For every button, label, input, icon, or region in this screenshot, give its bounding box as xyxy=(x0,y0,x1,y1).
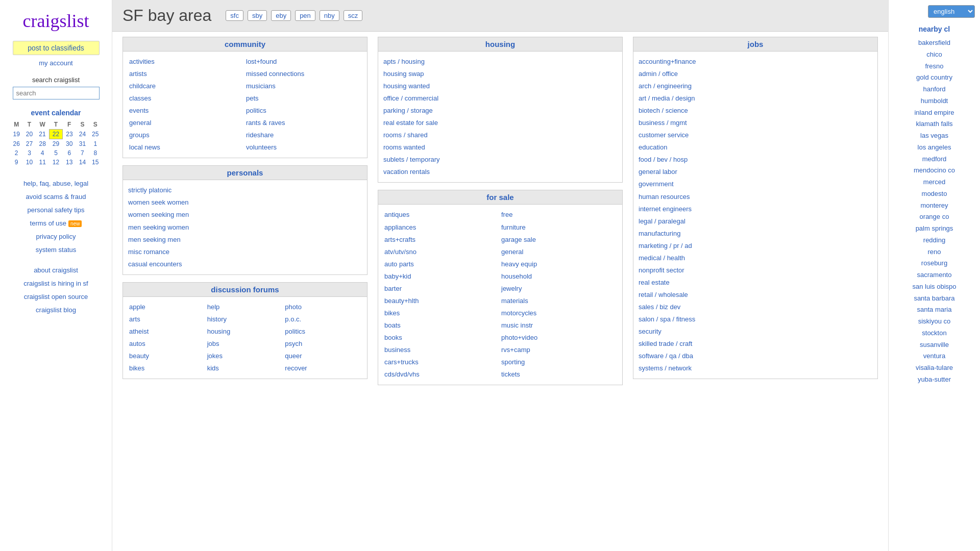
section-link[interactable]: medical / health xyxy=(639,252,872,264)
section-link[interactable]: general xyxy=(128,117,245,129)
section-link[interactable]: p.o.c. xyxy=(284,313,362,325)
cal-day-cell[interactable]: 31 xyxy=(76,139,89,149)
section-link[interactable]: housing xyxy=(206,325,284,338)
section-link[interactable]: apts / housing xyxy=(383,56,617,68)
section-link[interactable]: accounting+finance xyxy=(639,56,872,68)
section-link[interactable]: siskiyou co xyxy=(894,316,975,328)
section-link[interactable]: humboldt xyxy=(894,95,975,107)
area-link[interactable]: sby xyxy=(248,10,267,21)
section-link[interactable]: systems / network xyxy=(639,362,872,374)
section-link[interactable]: classes xyxy=(128,92,245,105)
cal-day-link[interactable]: 26 xyxy=(13,140,20,147)
section-link[interactable]: cds/dvd/vhs xyxy=(383,368,500,381)
hiring-link[interactable]: craigslist is hiring in sf xyxy=(23,277,88,290)
section-link[interactable]: atv/utv/sno xyxy=(383,246,500,258)
section-link[interactable]: rants & raves xyxy=(245,117,362,129)
cal-day-link[interactable]: 9 xyxy=(15,159,18,166)
section-link[interactable]: reno xyxy=(894,246,975,258)
section-link[interactable]: redding xyxy=(894,235,975,246)
section-link[interactable]: chico xyxy=(894,49,975,61)
cal-day-cell[interactable]: 13 xyxy=(63,158,76,167)
section-link[interactable]: photo+video xyxy=(500,332,617,344)
cal-day-cell[interactable]: 23 xyxy=(63,130,76,139)
section-link[interactable]: groups xyxy=(128,129,245,141)
blog-link[interactable]: craigslist blog xyxy=(23,304,88,317)
cal-day-cell[interactable]: 14 xyxy=(76,158,89,167)
section-link[interactable]: volunteers xyxy=(245,141,362,154)
section-link[interactable]: san luis obispo xyxy=(894,281,975,293)
section-link[interactable]: misc romance xyxy=(128,246,362,258)
section-link[interactable]: visalia-tulare xyxy=(894,362,975,374)
cal-day-cell[interactable]: 19 xyxy=(10,130,23,139)
cal-day-cell[interactable]: 29 xyxy=(49,139,63,149)
cal-day-link[interactable]: 14 xyxy=(79,159,86,166)
section-link[interactable]: politics xyxy=(284,325,362,338)
section-link[interactable]: mendocino co xyxy=(894,165,975,177)
section-link[interactable]: general xyxy=(500,246,617,258)
section-link[interactable]: free xyxy=(500,209,617,221)
section-link[interactable]: queer xyxy=(284,350,362,362)
cal-day-cell[interactable]: 21 xyxy=(36,130,49,139)
section-link[interactable]: yuba-sutter xyxy=(894,374,975,386)
section-link[interactable]: tickets xyxy=(500,368,617,381)
cal-day-link[interactable]: 28 xyxy=(39,140,46,147)
section-link[interactable]: artists xyxy=(128,68,245,80)
section-link[interactable]: modesto xyxy=(894,188,975,200)
section-link[interactable]: history xyxy=(206,313,284,325)
cal-day-cell[interactable]: 11 xyxy=(36,158,49,167)
section-link[interactable]: real estate xyxy=(639,277,872,289)
section-link[interactable]: furniture xyxy=(500,221,617,234)
cal-day-cell[interactable]: 22 xyxy=(49,130,63,139)
section-link[interactable]: cars+trucks xyxy=(383,356,500,368)
cal-day-link[interactable]: 10 xyxy=(26,159,33,166)
cal-day-link[interactable]: 2 xyxy=(15,149,18,157)
section-link[interactable]: skilled trade / craft xyxy=(639,338,872,350)
section-link[interactable]: beauty+hlth xyxy=(383,295,500,307)
help-link[interactable]: help, faq, abuse, legal xyxy=(23,177,88,190)
section-link[interactable]: art / media / design xyxy=(639,92,872,105)
section-link[interactable]: sublets / temporary xyxy=(383,154,617,166)
section-link[interactable]: politics xyxy=(245,105,362,117)
section-link[interactable]: roseburg xyxy=(894,258,975,269)
section-link[interactable]: arch / engineering xyxy=(639,80,872,92)
section-link[interactable]: business / mgmt xyxy=(639,117,872,129)
section-link[interactable]: marketing / pr / ad xyxy=(639,240,872,252)
section-link[interactable]: appliances xyxy=(383,221,500,234)
section-link[interactable]: arts xyxy=(128,313,206,325)
cal-day-cell[interactable]: 9 xyxy=(10,158,23,167)
section-link[interactable]: musicians xyxy=(245,80,362,92)
section-link[interactable]: jokes xyxy=(206,350,284,362)
section-link[interactable]: santa barbara xyxy=(894,293,975,305)
section-link[interactable]: security xyxy=(639,325,872,338)
cal-day-link[interactable]: 24 xyxy=(79,131,86,138)
cal-day-cell[interactable]: 20 xyxy=(23,130,36,139)
section-link[interactable]: strictly platonic xyxy=(128,184,362,196)
cal-day-cell[interactable]: 30 xyxy=(63,139,76,149)
cal-day-cell[interactable]: 3 xyxy=(23,148,36,158)
section-link[interactable]: nonprofit sector xyxy=(639,264,872,277)
area-link[interactable]: eby xyxy=(271,10,291,21)
section-link[interactable]: admin / office xyxy=(639,68,872,80)
cal-day-link[interactable]: 11 xyxy=(39,159,46,166)
cal-day-link[interactable]: 13 xyxy=(66,159,72,166)
section-link[interactable]: monterey xyxy=(894,200,975,212)
section-link[interactable]: klamath falls xyxy=(894,118,975,130)
section-link[interactable]: local news xyxy=(128,141,245,154)
section-link[interactable]: software / qa / dba xyxy=(639,350,872,362)
cal-day-link[interactable]: 6 xyxy=(67,149,71,157)
section-link[interactable]: hanford xyxy=(894,84,975,95)
section-link[interactable]: help xyxy=(206,301,284,313)
section-link[interactable]: jewelry xyxy=(500,283,617,295)
section-link[interactable]: auto parts xyxy=(383,258,500,270)
cal-day-link[interactable]: 30 xyxy=(66,140,72,147)
section-link[interactable]: bikes xyxy=(383,307,500,319)
cal-day-link[interactable]: 1 xyxy=(93,140,97,147)
section-link[interactable]: stockton xyxy=(894,328,975,339)
section-link[interactable]: men seeking women xyxy=(128,221,362,234)
section-link[interactable]: santa maria xyxy=(894,304,975,316)
section-link[interactable]: arts+crafts xyxy=(383,234,500,246)
section-link[interactable]: sales / biz dev xyxy=(639,301,872,313)
cal-day-link[interactable]: 4 xyxy=(41,149,44,157)
my-account-link[interactable]: my account xyxy=(39,59,72,67)
section-link[interactable]: salon / spa / fitness xyxy=(639,313,872,325)
